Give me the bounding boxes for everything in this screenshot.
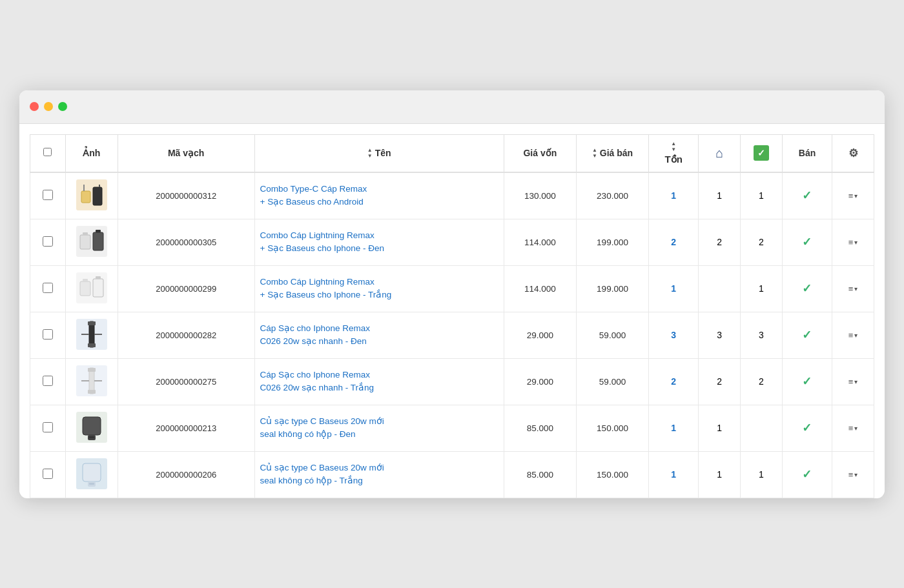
- svg-rect-2: [93, 187, 102, 205]
- main-window: Ảnh Mã vạch ▲ ▼ Tên: [19, 90, 885, 498]
- row-house1-4: 3: [699, 312, 741, 358]
- maximize-button[interactable]: [58, 102, 67, 111]
- header-settings[interactable]: ⚙: [832, 134, 874, 172]
- svg-rect-6: [80, 235, 90, 249]
- row-house1-7: 1: [699, 451, 741, 498]
- product-name-link[interactable]: Combo Cáp Lightning Remax+ Sạc Baseus ch…: [260, 277, 392, 299]
- row-menu-7[interactable]: ≡ ▾: [832, 451, 874, 498]
- product-name-link[interactable]: Củ sạc type C Baseus 20w mớiseal không c…: [260, 463, 384, 485]
- header-name[interactable]: ▲ ▼ Tên: [254, 134, 504, 172]
- product-name-link[interactable]: Combo Type-C Cáp Remax+ Sạc Baseus cho A…: [260, 184, 367, 207]
- row-name-7[interactable]: Củ sạc type C Baseus 20w mớiseal không c…: [254, 451, 504, 498]
- row-checkbox-2[interactable]: [30, 219, 66, 265]
- table-row: 2000000000213 Củ sạc type C Baseus 20w m…: [30, 405, 874, 451]
- row-select-checkbox[interactable]: [43, 376, 53, 386]
- row-barcode-3: 2000000000299: [118, 265, 254, 312]
- svg-rect-8: [83, 232, 88, 235]
- svg-rect-7: [93, 232, 103, 250]
- row-giaban-5: 59.000: [576, 358, 648, 405]
- row-giavon-5: 29.000: [504, 358, 576, 405]
- header-checkbox[interactable]: [30, 134, 66, 172]
- name-sort-arrows[interactable]: ▲ ▼: [367, 148, 373, 159]
- row-ton-1: 1: [649, 172, 699, 219]
- header-ton[interactable]: ▲ ▼ Tồn: [649, 134, 699, 172]
- svg-rect-13: [83, 279, 88, 281]
- ban-check-icon: ✓: [802, 375, 812, 388]
- row-select-checkbox[interactable]: [43, 236, 53, 247]
- row-menu-button[interactable]: ≡ ▾: [837, 330, 868, 340]
- header-giaban[interactable]: ▲ ▼ Giá bán: [576, 134, 648, 172]
- row-menu-button[interactable]: ≡ ▾: [837, 191, 868, 201]
- header-ban: Bán: [782, 134, 832, 172]
- row-barcode-7: 2000000000206: [118, 451, 254, 498]
- row-giavon-1: 130.000: [504, 172, 576, 219]
- row-select-checkbox[interactable]: [43, 329, 53, 340]
- row-image-2: [65, 219, 118, 265]
- row-menu-6[interactable]: ≡ ▾: [832, 405, 874, 451]
- minimize-button[interactable]: [44, 102, 53, 111]
- ban-check-icon: ✓: [802, 282, 812, 295]
- row-menu-button[interactable]: ≡ ▾: [837, 423, 868, 433]
- row-select-checkbox[interactable]: [43, 469, 53, 479]
- close-button[interactable]: [30, 102, 39, 111]
- ban-check-icon: ✓: [802, 236, 812, 248]
- row-image-3: [65, 265, 118, 312]
- row-menu-button[interactable]: ≡ ▾: [837, 470, 868, 480]
- svg-rect-18: [88, 343, 96, 347]
- row-menu-button[interactable]: ≡ ▾: [837, 238, 868, 247]
- header-check2: ✓: [741, 134, 783, 172]
- row-checkbox-5[interactable]: [30, 358, 66, 405]
- giaban-sort-arrows[interactable]: ▲ ▼: [592, 148, 597, 159]
- row-menu-2[interactable]: ≡ ▾: [832, 219, 874, 265]
- row-house1-5: 2: [699, 358, 741, 405]
- row-name-6[interactable]: Củ sạc type C Baseus 20w mớiseal không c…: [254, 405, 504, 451]
- row-name-4[interactable]: Cáp Sạc cho Iphone RemaxC026 20w sạc nha…: [254, 312, 504, 358]
- row-giavon-3: 114.000: [504, 265, 576, 312]
- row-select-checkbox[interactable]: [43, 422, 53, 432]
- svg-rect-23: [88, 368, 96, 372]
- row-menu-button[interactable]: ≡ ▾: [837, 284, 868, 294]
- ban-check-icon: ✓: [802, 421, 812, 434]
- row-image-7: [65, 451, 118, 498]
- row-checkbox-6[interactable]: [30, 405, 66, 451]
- svg-rect-12: [93, 279, 103, 297]
- settings-gear-icon[interactable]: ⚙: [848, 147, 858, 159]
- row-image-4: [65, 312, 118, 358]
- row-name-2[interactable]: Combo Cáp Lightning Remax+ Sạc Baseus ch…: [254, 219, 504, 265]
- row-menu-4[interactable]: ≡ ▾: [832, 312, 874, 358]
- ban-check-icon: ✓: [802, 189, 812, 202]
- product-name-link[interactable]: Cáp Sạc cho Iphone RemaxC026 20w sạc nha…: [260, 323, 370, 346]
- row-giavon-4: 29.000: [504, 312, 576, 358]
- row-house1-1: 1: [699, 172, 741, 219]
- product-name-link[interactable]: Combo Cáp Lightning Remax+ Sạc Baseus ch…: [260, 230, 385, 253]
- svg-rect-34: [89, 483, 94, 485]
- row-menu-3[interactable]: ≡ ▾: [832, 265, 874, 312]
- row-checkbox-3[interactable]: [30, 265, 66, 312]
- row-name-1[interactable]: Combo Type-C Cáp Remax+ Sạc Baseus cho A…: [254, 172, 504, 219]
- header-image: Ảnh: [65, 134, 118, 172]
- product-name-link[interactable]: Củ sạc type C Baseus 20w mớiseal không c…: [260, 416, 384, 439]
- ton-sort-arrows[interactable]: ▲ ▼: [671, 141, 676, 152]
- row-name-5[interactable]: Cáp Sạc cho Iphone RemaxC026 20w sạc nha…: [254, 358, 504, 405]
- row-barcode-6: 2000000000213: [118, 405, 254, 451]
- row-select-checkbox[interactable]: [43, 190, 53, 200]
- row-checkbox-4[interactable]: [30, 312, 66, 358]
- row-checkbox-1[interactable]: [30, 172, 66, 219]
- row-name-3[interactable]: Combo Cáp Lightning Remax+ Sạc Baseus ch…: [254, 265, 504, 312]
- row-menu-5[interactable]: ≡ ▾: [832, 358, 874, 405]
- row-giavon-7: 85.000: [504, 451, 576, 498]
- row-barcode-2: 2000000000305: [118, 219, 254, 265]
- row-ban-3: ✓: [782, 265, 832, 312]
- row-checkbox-7[interactable]: [30, 451, 66, 498]
- select-all-checkbox[interactable]: [43, 148, 52, 156]
- row-house1-6: 1: [699, 405, 741, 451]
- titlebar: [19, 90, 885, 124]
- table-row: 2000000000305 Combo Cáp Lightning Remax+…: [30, 219, 874, 265]
- row-barcode-5: 2000000000275: [118, 358, 254, 405]
- row-image-1: [65, 172, 118, 219]
- row-menu-button[interactable]: ≡ ▾: [837, 377, 868, 387]
- product-name-link[interactable]: Cáp Sạc cho Iphone RemaxC026 20w sạc nha…: [260, 370, 374, 392]
- svg-rect-0: [76, 179, 107, 210]
- row-menu-1[interactable]: ≡ ▾: [832, 172, 874, 219]
- row-select-checkbox[interactable]: [43, 283, 53, 293]
